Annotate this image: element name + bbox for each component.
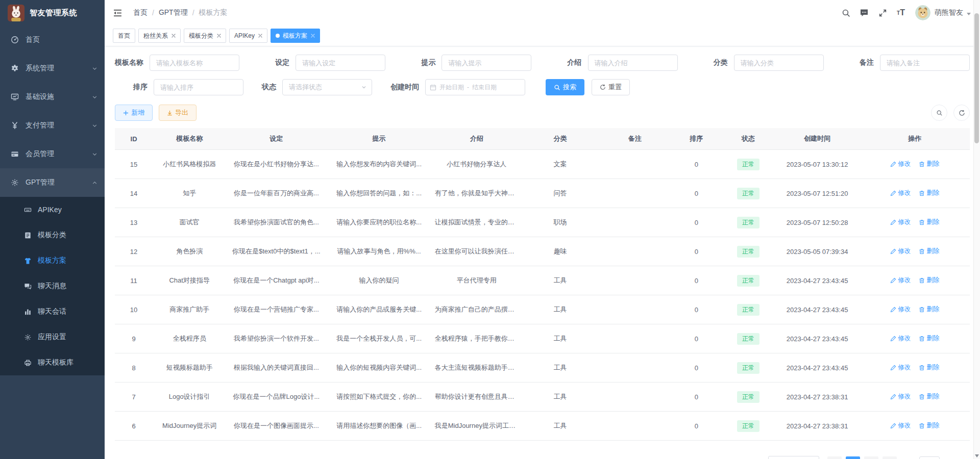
edit-link[interactable]: 修改 [890,305,911,314]
scrollbar-thumb[interactable] [974,13,979,143]
edit-link[interactable]: 修改 [890,189,911,197]
edit-link[interactable]: 修改 [890,334,911,343]
cell-setting: 我希望你扮演面试官的角色... [226,208,326,237]
sidebar-collapse-icon[interactable] [113,7,124,18]
sort-input[interactable] [154,79,243,95]
cell-sort: 0 [671,324,722,353]
tab-模板分类[interactable]: 模板分类 [184,29,226,43]
form-input-介绍[interactable] [588,55,678,71]
delete-link[interactable]: 删除 [919,363,939,372]
cell-setting: 你是一位年薪百万的商业高... [226,179,326,208]
page-content: 模板名称设定提示介绍分类备注 排序 状态 请选择状态 创建时间 [105,46,980,459]
add-button[interactable]: 新增 [115,105,153,121]
cell-name: 短视频标题助手 [153,353,226,382]
sidebar-item-支付管理[interactable]: 支付管理 [0,111,105,140]
sidebar-subitem-label: 聊天消息 [38,282,66,291]
next-page-button[interactable] [883,456,897,459]
export-button[interactable]: 导出 [159,105,197,121]
tab-粉丝关系[interactable]: 粉丝关系 [138,29,181,43]
vertical-scrollbar [973,0,980,459]
sidebar-subitem-聊天模板库[interactable]: 聊天模板库 [0,350,105,375]
page-button-2[interactable]: 2 [864,456,878,459]
refresh-icon[interactable] [953,105,970,121]
prev-page-button[interactable] [827,456,842,459]
edit-link[interactable]: 修改 [890,363,911,372]
sidebar-subitem-APIKey[interactable]: APIKey [0,197,105,222]
close-icon[interactable] [172,34,176,38]
column-header-状态: 状态 [722,128,774,150]
search-icon[interactable] [837,4,855,22]
page-button-1[interactable]: 1 [846,456,860,459]
delete-icon [919,248,926,254]
scrollbar-down-arrow-icon[interactable] [975,454,979,457]
sidebar-item-会员管理[interactable]: 会员管理 [0,140,105,168]
date-range-picker[interactable]: 开始日期 - 结束日期 [425,79,525,95]
delete-link[interactable]: 删除 [919,189,939,197]
sidebar-item-系统管理[interactable]: 系统管理 [0,54,105,83]
edit-link[interactable]: 修改 [890,276,911,285]
close-icon[interactable] [217,34,221,38]
sidebar-item-基础设施[interactable]: 基础设施 [0,83,105,111]
chevron-up-icon [92,180,97,186]
cell-setting: 你现在是一个营销推广专家... [226,295,326,324]
cell-status: 正常 [722,382,774,412]
edit-icon [890,277,898,284]
username[interactable]: 萌熊智友 [935,8,963,17]
status-select[interactable]: 请选择状态 [282,79,372,95]
delete-link[interactable]: 删除 [919,276,939,285]
search-button[interactable]: 搜索 [546,79,584,95]
fullscreen-icon[interactable] [873,4,892,22]
delete-link[interactable]: 删除 [919,421,939,430]
reset-button[interactable]: 重置 [592,79,630,95]
column-header-模板名称: 模板名称 [153,128,226,150]
cell-id: 13 [115,208,153,237]
sidebar-subitem-模板分类[interactable]: 模板分类 [0,222,105,248]
chevron-down-icon [92,94,97,100]
breadcrumb-gpt[interactable]: GPT管理 [159,8,188,17]
system-gear-icon [10,64,19,73]
delete-link[interactable]: 删除 [919,334,939,343]
sidebar-item-首页[interactable]: 首页 [0,26,105,54]
delete-link[interactable]: 删除 [919,392,939,401]
goto-page-input[interactable] [919,456,940,459]
delete-link[interactable]: 删除 [919,305,939,314]
form-input-模板名称[interactable] [150,55,239,71]
form-input-提示[interactable] [442,55,531,71]
edit-link[interactable]: 修改 [890,421,911,430]
sidebar-subitem-聊天会话[interactable]: 聊天会话 [0,299,105,324]
toggle-search-icon[interactable] [931,105,947,121]
close-icon[interactable] [258,34,262,38]
tab-模板方案[interactable]: 模板方案 [271,29,320,43]
form-input-设定[interactable] [296,55,385,71]
cell-sort: 0 [671,150,722,179]
delete-link[interactable]: 删除 [919,160,939,168]
edit-link[interactable]: 修改 [890,160,911,168]
tab-首页[interactable]: 首页 [113,29,135,43]
cell-status: 正常 [722,266,774,295]
form-input-备注[interactable] [880,55,970,71]
edit-link[interactable]: 修改 [890,218,911,226]
tab-APIKey[interactable]: APIKey [229,29,267,43]
edit-link[interactable]: 修改 [890,392,911,401]
sort-label: 排序 [115,83,148,92]
form-input-分类[interactable] [734,55,824,71]
sidebar-subitem-模板方案[interactable]: 模板方案 [0,248,105,273]
table-row: 11Chat对接指导你现在是一个Chatgpt api对...输入你的疑问平台代… [115,266,970,295]
sidebar-item-GPT管理[interactable]: GPT管理 [0,168,105,197]
cell-operations: 修改删除 [860,353,970,382]
close-icon[interactable] [311,34,315,38]
message-icon[interactable] [855,4,873,22]
cell-created: 2023-04-27 23:43:45 [774,266,860,295]
delete-link[interactable]: 删除 [919,247,939,256]
user-menu-caret-icon[interactable] [967,13,971,15]
edit-link[interactable]: 修改 [890,247,911,256]
breadcrumb-home[interactable]: 首页 [133,8,148,17]
font-size-icon[interactable]: TT [892,4,910,22]
user-avatar[interactable] [915,5,930,20]
delete-link[interactable]: 删除 [919,218,939,226]
sidebar-subitem-聊天消息[interactable]: 聊天消息 [0,273,105,299]
status-badge: 正常 [737,217,760,228]
sidebar-subitem-应用设置[interactable]: 应用设置 [0,324,105,350]
page-size-select[interactable]: 10条/页 [768,456,819,459]
cell-prompt: 请按照如下格式提交，你的... [326,382,431,412]
